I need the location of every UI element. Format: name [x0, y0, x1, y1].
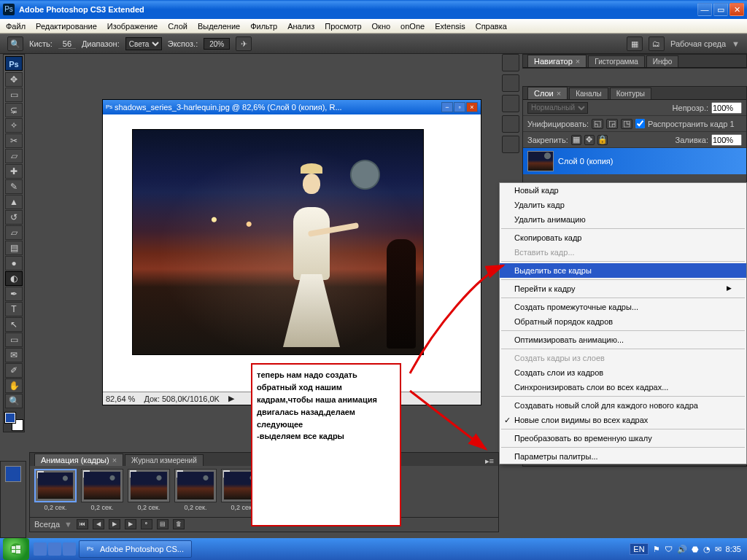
panel-icon-5[interactable]	[502, 136, 519, 153]
tab-layers[interactable]: Слои×	[527, 87, 568, 99]
move-tool[interactable]: ✥	[5, 72, 23, 87]
doc-maximize-button[interactable]: ▫	[454, 102, 465, 112]
tab-channels[interactable]: Каналы	[569, 88, 608, 99]
marquee-tool[interactable]: ▭	[5, 88, 23, 102]
notes-tool[interactable]: ✉	[5, 348, 23, 362]
blur-tool[interactable]: ●	[5, 256, 23, 271]
lock-all-icon[interactable]: 🔒	[597, 135, 608, 145]
ctx-layers-from-frames[interactable]: Создать слои из кадров	[500, 365, 746, 380]
doc-minimize-button[interactable]: −	[441, 102, 453, 112]
tray-volume-icon[interactable]: 🔊	[677, 545, 687, 554]
ctx-optimize[interactable]: Оптимизировать анимацию...	[500, 332, 746, 347]
ctx-sync-layers[interactable]: Синхронизировать слои во всех кадрах...	[500, 380, 746, 394]
panel-icon-1[interactable]	[502, 54, 519, 71]
brush-tool[interactable]: ✎	[5, 179, 23, 194]
fill-input[interactable]	[711, 134, 742, 146]
menu-help[interactable]: Справка	[476, 22, 507, 31]
menu-select[interactable]: Выделение	[198, 22, 240, 31]
quick-launch-1[interactable]	[34, 542, 47, 556]
crop-tool[interactable]: ✂	[5, 133, 23, 148]
close-button[interactable]: ✕	[729, 3, 744, 16]
menu-file[interactable]: Файл	[6, 22, 26, 31]
menu-extensis[interactable]: Extensis	[435, 22, 465, 31]
tray-icon-5[interactable]: ✉	[715, 545, 721, 554]
start-button[interactable]	[3, 538, 29, 560]
doc-info-chevron-icon[interactable]: ▶	[228, 394, 234, 403]
quick-launch-2[interactable]	[48, 542, 61, 556]
hand-tool[interactable]: ✋	[5, 378, 23, 393]
opacity-input[interactable]	[711, 102, 742, 114]
menu-view[interactable]: Просмотр	[325, 22, 361, 31]
workspace-chevron-icon[interactable]: ▼	[732, 39, 740, 48]
ctx-palette-options[interactable]: Параметры палитры...	[500, 449, 746, 464]
workspace-label[interactable]: Рабочая среда	[670, 39, 726, 48]
zoom-level[interactable]: 82,64 %	[106, 394, 135, 403]
tray-icon-2[interactable]: 🛡	[665, 545, 673, 553]
ctx-new-layer-each[interactable]: Создавать новый слой для каждого нового …	[500, 398, 746, 413]
propagate-checkbox[interactable]	[635, 119, 645, 128]
tool-preset-icon[interactable]: 🔍	[7, 36, 23, 51]
menu-window[interactable]: Окно	[372, 22, 391, 31]
color-swatches[interactable]	[5, 413, 23, 430]
prev-frame-button[interactable]: ◀	[93, 519, 104, 529]
panel-icon-2[interactable]	[502, 74, 519, 92]
frame-4[interactable]: 40,2 сек.	[174, 469, 217, 514]
pen-tool[interactable]: ✒	[5, 287, 23, 301]
ctx-delete-animation[interactable]: Удалить анимацию	[500, 212, 746, 227]
tab-info[interactable]: Инфо	[646, 55, 679, 67]
tween-button[interactable]: ⚬	[141, 519, 152, 529]
play-button[interactable]: ▶	[109, 519, 120, 529]
ctx-select-all-frames[interactable]: Выделить все кадры	[500, 263, 746, 278]
opt-icon-2[interactable]: 🗂	[649, 36, 665, 51]
wand-tool[interactable]: ✧	[5, 118, 23, 133]
ctx-new-frame[interactable]: Новый кадр	[500, 183, 746, 198]
tab-animation[interactable]: Анимация (кадры)×	[34, 454, 123, 466]
path-tool[interactable]: ↖	[5, 317, 23, 332]
zoom-tool[interactable]: 🔍	[5, 394, 23, 408]
ctx-copy-frame[interactable]: Скопировать кадр	[500, 230, 746, 245]
frame-3[interactable]: 30,2 сек.	[128, 469, 170, 514]
history-brush-tool[interactable]: ↺	[5, 210, 23, 225]
quick-launch-3[interactable]	[63, 542, 76, 556]
dodge-tool[interactable]: ◐	[5, 271, 23, 286]
menu-analysis[interactable]: Анализ	[287, 22, 314, 31]
heal-tool[interactable]: ✚	[5, 164, 23, 179]
maximize-button[interactable]: ▭	[713, 3, 728, 16]
ctx-reverse[interactable]: Обратный порядок кадров	[500, 314, 746, 329]
next-frame-button[interactable]: ▶	[125, 519, 136, 529]
frame-2[interactable]: 20,2 сек.	[81, 469, 123, 514]
airbrush-icon[interactable]: ✈	[236, 36, 252, 51]
document-canvas[interactable]	[103, 114, 481, 392]
eraser-tool[interactable]: ▱	[5, 225, 23, 240]
loop-select[interactable]: Всегда	[34, 520, 60, 529]
range-select[interactable]: Света	[125, 37, 162, 50]
gradient-tool[interactable]: ▤	[5, 241, 23, 255]
tab-navigator[interactable]: Навигатор×	[527, 55, 587, 67]
ctx-goto-frame[interactable]: Перейти к кадру	[500, 281, 746, 296]
exposure-input[interactable]	[204, 38, 230, 50]
blend-mode-select[interactable]: Нормальный	[527, 102, 588, 114]
panel-icon-3[interactable]	[502, 95, 519, 112]
menu-filter[interactable]: Фильтр	[250, 22, 277, 31]
tab-measurements[interactable]: Журнал измерений	[125, 454, 204, 466]
new-frame-button[interactable]: ▤	[157, 519, 169, 529]
panel-menu-icon[interactable]: ▸≡	[481, 456, 498, 466]
tray-icon-4[interactable]: ◔	[703, 545, 711, 554]
lock-pixels-icon[interactable]: ▦	[571, 135, 581, 145]
minimize-button[interactable]: —	[697, 3, 712, 16]
eyedropper-tool[interactable]: ✐	[5, 363, 23, 378]
unify-icon-3[interactable]: ◳	[621, 119, 632, 129]
stamp-tool[interactable]: ▲	[5, 195, 23, 209]
menu-edit[interactable]: Редактирование	[36, 22, 97, 31]
layer-row[interactable]: Слой 0 (копия)	[523, 148, 746, 174]
ctx-visible-all[interactable]: Новые слои видимы во всех кадрах	[500, 413, 746, 427]
lock-position-icon[interactable]: ✥	[584, 135, 595, 145]
tab-paths[interactable]: Контуры	[610, 88, 651, 99]
taskbar-app-button[interactable]: Ps Adobe Photoshop CS...	[79, 540, 192, 558]
taskbar-clock[interactable]: 8:35	[726, 545, 741, 553]
doc-close-button[interactable]: ×	[466, 102, 478, 112]
language-indicator[interactable]: EN	[630, 543, 648, 555]
menu-image[interactable]: Изображение	[107, 22, 158, 31]
shape-tool[interactable]: ▭	[5, 332, 23, 347]
unify-icon-2[interactable]: ◲	[606, 119, 618, 129]
